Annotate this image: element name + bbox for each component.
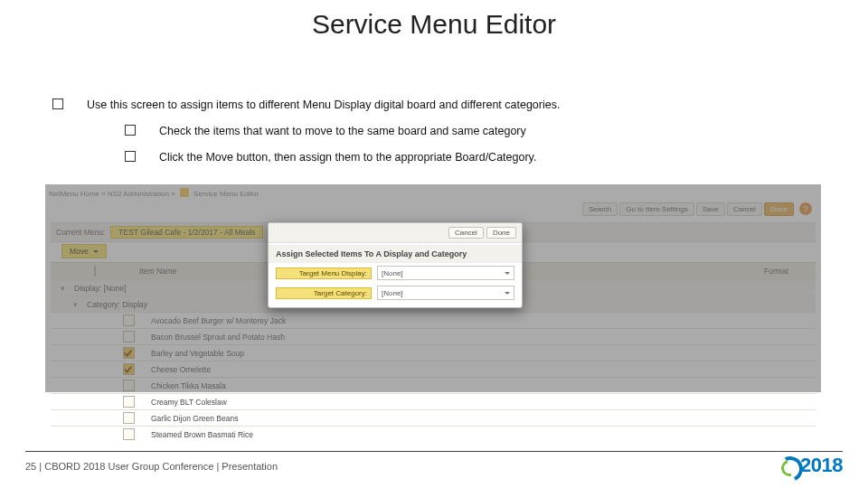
bullet-text: Use this screen to assign items to diffe… [87, 98, 560, 113]
item-checkbox[interactable] [123, 331, 135, 343]
bullet-text: Check the items that want to move to the… [159, 124, 526, 139]
help-icon[interactable]: ? [799, 202, 812, 215]
logo-swirl-icon [778, 456, 797, 474]
item-name: Avocado Beef Burger w/ Monterey Jack [151, 316, 286, 325]
table-row: Garlic Dijon Green Beans [51, 409, 816, 426]
bullet-text: Click the Move button, then assign them … [159, 150, 536, 165]
ugc-logo: 2018 [778, 454, 843, 477]
move-button[interactable]: Move [61, 244, 107, 258]
current-menu-select[interactable]: TEST Gilead Cafe - 1/2/2017 - All Meals [110, 226, 263, 239]
item-checkbox[interactable] [123, 428, 135, 440]
item-checkbox[interactable] [123, 380, 135, 391]
breadcrumb: NetMenu Home » NS2 Administration » Serv… [49, 188, 259, 198]
footer-text: 25 | CBORD 2018 User Group Conference | … [25, 461, 278, 472]
item-name: Chicken Tikka Masala [151, 381, 226, 390]
embedded-screenshot: NetMenu Home » NS2 Administration » Serv… [45, 184, 821, 392]
select-all-checkbox[interactable] [94, 266, 96, 277]
modal-done-button[interactable]: Done [486, 227, 516, 239]
top-toolbar: Search Go to Item Settings Save Cancel D… [582, 201, 812, 217]
table-row: Avocado Beef Burger w/ Monterey Jack [51, 312, 816, 328]
assign-items-modal: Cancel Done Assign Selected Items To A D… [268, 222, 523, 308]
current-menu-label: Current Menu: [51, 228, 110, 237]
modal-cancel-button[interactable]: Cancel [448, 227, 484, 239]
table-row: Steamed Brown Basmati Rice [51, 426, 816, 442]
display-node[interactable]: Display: [None] [74, 284, 127, 293]
format-header: Format [764, 267, 816, 276]
target-category-label: Target Category: [276, 287, 372, 299]
done-button[interactable]: Done [764, 202, 794, 216]
item-checkbox[interactable] [123, 363, 135, 375]
table-row: Barley and Vegetable Soup [51, 344, 816, 361]
target-display-select[interactable]: [None] [377, 266, 514, 280]
item-checkbox[interactable] [123, 412, 135, 424]
search-button[interactable]: Search [582, 202, 618, 216]
bullet-box-icon [125, 151, 136, 162]
footer-rule [25, 451, 843, 452]
bullet-list: Use this screen to assign items to diffe… [52, 98, 832, 176]
save-button[interactable]: Save [696, 202, 725, 216]
collapse-icon[interactable]: ▾ [56, 284, 69, 293]
item-name: Cheese Omelette [151, 365, 211, 374]
modal-title: Assign Selected Items To A Display and C… [269, 245, 522, 263]
checkbox-header [51, 267, 139, 276]
item-name-header: Item Name [139, 267, 177, 276]
table-row: Creamy BLT Coleslaw [51, 393, 816, 409]
logo-year: 2018 [800, 454, 843, 477]
item-name: Barley and Vegetable Soup [151, 349, 244, 358]
item-name: Bacon Brussel Sprout and Potato Hash [151, 333, 285, 342]
bullet-box-icon [52, 99, 63, 109]
slide-title: Service Menu Editor [0, 9, 868, 40]
item-name: Garlic Dijon Green Beans [151, 414, 238, 423]
table-row: Cheese Omelette [51, 361, 816, 377]
target-category-select[interactable]: [None] [377, 286, 514, 300]
cancel-button[interactable]: Cancel [727, 202, 762, 216]
editor-icon [180, 188, 189, 197]
bullet-box-icon [125, 125, 136, 136]
target-display-label: Target Menu Display: [276, 267, 372, 279]
category-node[interactable]: Category: Display [87, 300, 147, 309]
table-row: Chicken Tikka Masala [51, 377, 816, 393]
item-checkbox[interactable] [123, 314, 135, 326]
collapse-icon[interactable]: ▾ [69, 300, 81, 309]
item-name: Steamed Brown Basmati Rice [151, 430, 253, 439]
goto-item-settings-button[interactable]: Go to Item Settings [619, 202, 693, 216]
item-checkbox[interactable] [123, 396, 135, 408]
item-name: Creamy BLT Coleslaw [151, 398, 227, 407]
table-row: Bacon Brussel Sprout and Potato Hash [51, 328, 816, 344]
item-checkbox[interactable] [123, 347, 135, 359]
